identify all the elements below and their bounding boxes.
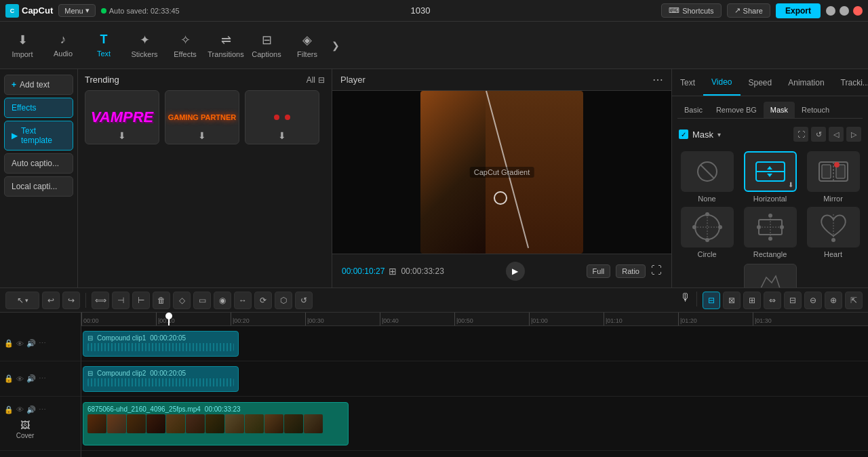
effects-nav-button[interactable]: Effects [4, 98, 73, 118]
zoom-fit-button[interactable]: ⇱ [845, 292, 863, 309]
mask-undo-icon[interactable]: ◁ [829, 127, 844, 142]
track-3-eye-icon[interactable]: 👁 [16, 405, 24, 414]
tool-audio[interactable]: ♪ Audio [43, 25, 83, 66]
track-2-audio-icon[interactable]: 🔊 [26, 374, 36, 383]
sub-tab-basic[interactable]: Basic [677, 102, 709, 118]
heart-label: Heart [824, 250, 842, 258]
delete-button[interactable]: 🗑 [153, 292, 170, 309]
menu-button[interactable]: Menu ▾ [58, 4, 96, 17]
tool-filters[interactable]: ◈ Filters [288, 25, 327, 66]
track-2-more-icon[interactable]: ⋯ [39, 374, 46, 383]
mask-dropdown-icon[interactable]: ▾ [717, 131, 721, 138]
trim-start-button[interactable]: ⊣ [112, 292, 130, 309]
tab-tracking[interactable]: Tracki... [833, 69, 868, 96]
template-card-dots[interactable]: ⬇ [245, 90, 319, 144]
box-select-button[interactable]: ▭ [193, 292, 211, 309]
all-filter-button[interactable]: All ⊟ [307, 75, 325, 85]
clip-view-2-button[interactable]: ⊠ [723, 292, 741, 309]
minimize-button[interactable] [826, 6, 835, 16]
mic-button[interactable]: 🎙 [680, 292, 691, 309]
maximize-button[interactable] [840, 6, 849, 16]
rotation-handle[interactable] [494, 191, 507, 205]
mask-redo-icon[interactable]: ▷ [846, 127, 861, 142]
mask-item-rectangle[interactable]: Rectangle [741, 207, 800, 258]
ruler-mark-5: |00:50 [454, 313, 473, 325]
flip-button[interactable]: ⟳ [254, 292, 272, 309]
tab-animation[interactable]: Animation [780, 69, 832, 96]
clip-compound1[interactable]: ⊟ Compound clip1 00:00:20:05 [83, 331, 239, 357]
track-2-eye-icon[interactable]: 👁 [16, 375, 24, 383]
mask-item-circle[interactable]: Circle [677, 207, 736, 258]
tab-video[interactable]: Video [703, 69, 740, 96]
track-2-lock-icon[interactable]: 🔒 [4, 374, 14, 383]
clip-view-1-button[interactable]: ⊟ [703, 292, 720, 309]
effects-label: Effects [174, 50, 196, 58]
track-3-audio-icon[interactable]: 🔊 [26, 405, 36, 414]
zoom-out-button[interactable]: ⊖ [804, 292, 822, 309]
sub-tab-retouch[interactable]: Retouch [795, 102, 836, 118]
select-tool-button[interactable]: ↖ ▾ [5, 292, 39, 309]
track-3-more-icon[interactable]: ⋯ [39, 405, 46, 414]
clip-view-3-button[interactable]: ⊞ [743, 292, 761, 309]
main-track-icons: 🔒 👁 🔊 ⋯ [4, 405, 46, 414]
player-options-button[interactable]: ⋯ [652, 73, 663, 86]
audio-track-button[interactable]: ⊟ [784, 292, 802, 309]
tool-effects[interactable]: ✧ Effects [165, 25, 205, 66]
tool-transitions[interactable]: ⇌ Transitions [206, 25, 245, 66]
tab-speed[interactable]: Speed [741, 69, 781, 96]
tool-stickers[interactable]: ✦ Stickers [125, 25, 164, 66]
clip-compound2[interactable]: ⊟ Compound clip2 00:00:20:05 [83, 366, 239, 392]
tool-captions[interactable]: ⊟ Captions [247, 25, 286, 66]
mask-tl-button[interactable]: ⬡ [275, 292, 292, 309]
reverse-button[interactable]: ↔ [234, 292, 252, 309]
neon-text: GAMING PARTNER [168, 113, 237, 121]
local-caption-button[interactable]: Local capti... [4, 176, 73, 197]
rotate-button[interactable]: ↺ [295, 292, 313, 309]
mask-fullscreen-icon[interactable]: ⛶ [793, 127, 808, 142]
redo-button[interactable]: ↪ [62, 292, 80, 309]
cover-button[interactable]: 🖼 Cover [14, 417, 37, 442]
track-1-lock-icon[interactable]: 🔒 [4, 339, 14, 348]
export-button[interactable]: Export [776, 3, 821, 18]
main-area: + Add text Effects ▶ Text template Auto … [0, 69, 868, 287]
mask-item-heart[interactable]: Heart [804, 207, 863, 258]
mask-item-mirror[interactable]: Mirror [804, 151, 863, 203]
track-3-lock-icon[interactable]: 🔒 [4, 405, 14, 414]
mask-item-none[interactable]: None [677, 151, 736, 203]
mask-reset-icon[interactable]: ↺ [811, 127, 826, 142]
shortcuts-button[interactable]: ⌨ Shortcuts [661, 3, 721, 18]
text-template-button[interactable]: ▶ Text template [4, 121, 73, 151]
template-card-neon[interactable]: GAMING PARTNER ⬇ [165, 90, 239, 144]
template-card-vampre[interactable]: VAMPRE ⬇ [85, 90, 159, 144]
tool-text[interactable]: T Text [84, 25, 123, 66]
track-1-more-icon[interactable]: ⋯ [39, 339, 46, 348]
fit-button[interactable]: ⇔ [764, 292, 781, 309]
close-button[interactable] [853, 6, 863, 16]
split-button[interactable]: ⟺ [92, 292, 109, 309]
zoom-in-button[interactable]: ⊕ [825, 292, 842, 309]
thumb-3 [127, 414, 146, 433]
mirror-shape-svg [816, 159, 850, 184]
full-view-button[interactable]: Full [587, 264, 611, 278]
share-button[interactable]: ↗ Share [727, 3, 770, 18]
tool-import[interactable]: ⬇ Import [3, 25, 42, 66]
tab-text[interactable]: Text [672, 69, 703, 96]
more-shape-card[interactable] [744, 264, 797, 287]
mask-checkbox[interactable]: ✓ [679, 130, 688, 139]
sub-tab-remove-bg[interactable]: Remove BG [709, 102, 764, 118]
add-text-button[interactable]: + Add text [4, 75, 73, 95]
keyframe-button[interactable]: ◉ [214, 292, 231, 309]
fullscreen-button[interactable]: ⛶ [651, 264, 662, 278]
auto-caption-button[interactable]: Auto captio... [4, 153, 73, 174]
play-button[interactable]: ▶ [506, 262, 525, 281]
track-1-audio-icon[interactable]: 🔊 [26, 339, 36, 348]
badge-button[interactable]: ◇ [173, 292, 191, 309]
undo-button[interactable]: ↩ [42, 292, 60, 309]
toolbar-more-button[interactable]: ❯ [328, 25, 343, 66]
mask-item-horizontal[interactable]: ⬇ Horizontal [741, 151, 800, 203]
sub-tab-mask[interactable]: Mask [764, 102, 795, 118]
trim-end-button[interactable]: ⊢ [132, 292, 150, 309]
track-1-eye-icon[interactable]: 👁 [16, 340, 24, 348]
ratio-view-button[interactable]: Ratio [616, 264, 646, 278]
clip-main[interactable]: 6875066-uhd_2160_4096_25fps.mp4 00:00:33… [83, 402, 349, 445]
